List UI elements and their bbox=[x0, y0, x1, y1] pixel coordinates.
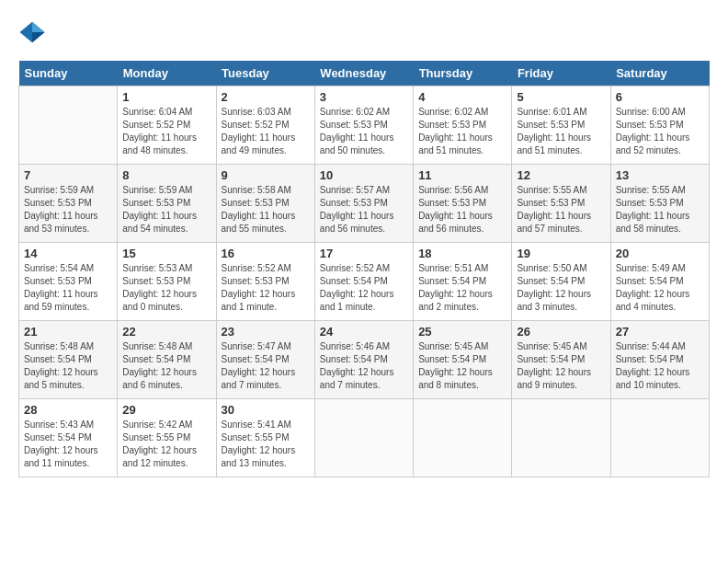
day-info: Sunrise: 5:55 AMSunset: 5:53 PMDaylight:… bbox=[616, 184, 704, 236]
day-info: Sunrise: 6:01 AMSunset: 5:53 PMDaylight:… bbox=[517, 106, 605, 157]
day-number: 9 bbox=[222, 168, 310, 182]
calendar-cell: 9Sunrise: 5:58 AMSunset: 5:53 PMDaylight… bbox=[216, 165, 314, 243]
day-info: Sunrise: 5:51 AMSunset: 5:54 PMDaylight:… bbox=[418, 262, 506, 314]
day-number: 15 bbox=[122, 247, 210, 260]
day-info: Sunrise: 6:02 AMSunset: 5:53 PMDaylight:… bbox=[320, 106, 408, 157]
day-number: 17 bbox=[320, 247, 408, 260]
day-number: 4 bbox=[418, 90, 506, 104]
weekday-header-thursday: Thursday bbox=[414, 61, 512, 86]
day-info: Sunrise: 6:02 AMSunset: 5:53 PMDaylight:… bbox=[418, 106, 506, 157]
calendar-cell: 30Sunrise: 5:41 AMSunset: 5:55 PMDayligh… bbox=[216, 399, 314, 477]
calendar-cell: 28Sunrise: 5:43 AMSunset: 5:54 PMDayligh… bbox=[19, 399, 118, 477]
day-info: Sunrise: 5:45 AMSunset: 5:54 PMDaylight:… bbox=[418, 340, 506, 392]
calendar-cell: 1Sunrise: 6:04 AMSunset: 5:52 PMDaylight… bbox=[118, 86, 216, 165]
day-info: Sunrise: 5:59 AMSunset: 5:53 PMDaylight:… bbox=[24, 184, 112, 236]
day-info: Sunrise: 5:45 AMSunset: 5:54 PMDaylight:… bbox=[517, 340, 605, 392]
day-number: 7 bbox=[24, 168, 112, 182]
day-info: Sunrise: 5:55 AMSunset: 5:53 PMDaylight:… bbox=[517, 184, 605, 236]
weekday-header-tuesday: Tuesday bbox=[216, 61, 314, 86]
calendar-table: SundayMondayTuesdayWednesdayThursdayFrid… bbox=[18, 61, 710, 477]
day-number: 19 bbox=[517, 247, 605, 260]
calendar-cell: 10Sunrise: 5:57 AMSunset: 5:53 PMDayligh… bbox=[314, 165, 413, 243]
calendar-cell: 11Sunrise: 5:56 AMSunset: 5:53 PMDayligh… bbox=[414, 165, 512, 243]
day-number: 13 bbox=[616, 168, 704, 182]
calendar-cell: 18Sunrise: 5:51 AMSunset: 5:54 PMDayligh… bbox=[414, 243, 512, 321]
day-number: 21 bbox=[24, 325, 112, 339]
day-info: Sunrise: 5:56 AMSunset: 5:53 PMDaylight:… bbox=[418, 184, 506, 236]
calendar-cell: 29Sunrise: 5:42 AMSunset: 5:55 PMDayligh… bbox=[118, 399, 216, 477]
calendar-week-3: 14Sunrise: 5:54 AMSunset: 5:53 PMDayligh… bbox=[19, 243, 710, 321]
day-number: 18 bbox=[418, 247, 506, 260]
weekday-header-wednesday: Wednesday bbox=[314, 61, 413, 86]
day-number: 26 bbox=[517, 325, 605, 339]
day-number: 23 bbox=[222, 325, 310, 339]
calendar-cell: 23Sunrise: 5:47 AMSunset: 5:54 PMDayligh… bbox=[216, 321, 314, 399]
day-info: Sunrise: 5:52 AMSunset: 5:53 PMDaylight:… bbox=[222, 262, 310, 314]
calendar-cell: 14Sunrise: 5:54 AMSunset: 5:53 PMDayligh… bbox=[19, 243, 118, 321]
calendar-week-1: 1Sunrise: 6:04 AMSunset: 5:52 PMDaylight… bbox=[19, 86, 710, 165]
calendar-cell: 27Sunrise: 5:44 AMSunset: 5:54 PMDayligh… bbox=[610, 321, 709, 399]
day-info: Sunrise: 5:49 AMSunset: 5:54 PMDaylight:… bbox=[616, 262, 704, 314]
day-number: 29 bbox=[122, 403, 210, 417]
day-info: Sunrise: 5:47 AMSunset: 5:54 PMDaylight:… bbox=[222, 340, 310, 392]
day-number: 3 bbox=[320, 90, 408, 104]
calendar-cell: 20Sunrise: 5:49 AMSunset: 5:54 PMDayligh… bbox=[610, 243, 709, 321]
day-number: 12 bbox=[517, 168, 605, 182]
page-header bbox=[18, 18, 710, 46]
logo-icon bbox=[18, 18, 46, 46]
calendar-week-2: 7Sunrise: 5:59 AMSunset: 5:53 PMDaylight… bbox=[19, 165, 710, 243]
day-info: Sunrise: 5:58 AMSunset: 5:53 PMDaylight:… bbox=[222, 184, 310, 236]
calendar-cell: 25Sunrise: 5:45 AMSunset: 5:54 PMDayligh… bbox=[414, 321, 512, 399]
day-info: Sunrise: 5:46 AMSunset: 5:54 PMDaylight:… bbox=[320, 340, 408, 392]
calendar-cell bbox=[414, 399, 512, 477]
calendar-cell: 24Sunrise: 5:46 AMSunset: 5:54 PMDayligh… bbox=[314, 321, 413, 399]
weekday-header-monday: Monday bbox=[118, 61, 216, 86]
day-info: Sunrise: 6:04 AMSunset: 5:52 PMDaylight:… bbox=[122, 106, 210, 157]
day-info: Sunrise: 5:44 AMSunset: 5:54 PMDaylight:… bbox=[616, 340, 704, 392]
day-number: 24 bbox=[320, 325, 408, 339]
logo bbox=[18, 18, 50, 46]
calendar-cell bbox=[314, 399, 413, 477]
day-info: Sunrise: 5:42 AMSunset: 5:55 PMDaylight:… bbox=[122, 419, 210, 470]
calendar-cell: 12Sunrise: 5:55 AMSunset: 5:53 PMDayligh… bbox=[512, 165, 610, 243]
day-info: Sunrise: 5:48 AMSunset: 5:54 PMDaylight:… bbox=[122, 340, 210, 392]
calendar-cell: 5Sunrise: 6:01 AMSunset: 5:53 PMDaylight… bbox=[512, 86, 610, 165]
day-info: Sunrise: 5:48 AMSunset: 5:54 PMDaylight:… bbox=[24, 340, 112, 392]
day-number: 11 bbox=[418, 168, 506, 182]
calendar-cell: 13Sunrise: 5:55 AMSunset: 5:53 PMDayligh… bbox=[610, 165, 709, 243]
calendar-cell: 26Sunrise: 5:45 AMSunset: 5:54 PMDayligh… bbox=[512, 321, 610, 399]
calendar-cell bbox=[512, 399, 610, 477]
calendar-cell: 21Sunrise: 5:48 AMSunset: 5:54 PMDayligh… bbox=[19, 321, 118, 399]
calendar-cell: 15Sunrise: 5:53 AMSunset: 5:53 PMDayligh… bbox=[118, 243, 216, 321]
calendar-cell: 4Sunrise: 6:02 AMSunset: 5:53 PMDaylight… bbox=[414, 86, 512, 165]
calendar-week-5: 28Sunrise: 5:43 AMSunset: 5:54 PMDayligh… bbox=[19, 399, 710, 477]
calendar-cell bbox=[610, 399, 709, 477]
day-number: 28 bbox=[24, 403, 112, 417]
day-number: 27 bbox=[616, 325, 704, 339]
day-number: 30 bbox=[222, 403, 310, 417]
calendar-cell bbox=[19, 86, 118, 165]
weekday-header-friday: Friday bbox=[512, 61, 610, 86]
calendar-week-4: 21Sunrise: 5:48 AMSunset: 5:54 PMDayligh… bbox=[19, 321, 710, 399]
day-info: Sunrise: 5:53 AMSunset: 5:53 PMDaylight:… bbox=[122, 262, 210, 314]
day-info: Sunrise: 6:03 AMSunset: 5:52 PMDaylight:… bbox=[222, 106, 310, 157]
day-info: Sunrise: 5:59 AMSunset: 5:53 PMDaylight:… bbox=[122, 184, 210, 236]
weekday-header-row: SundayMondayTuesdayWednesdayThursdayFrid… bbox=[19, 61, 710, 86]
day-info: Sunrise: 5:41 AMSunset: 5:55 PMDaylight:… bbox=[222, 419, 310, 470]
day-info: Sunrise: 5:43 AMSunset: 5:54 PMDaylight:… bbox=[24, 419, 112, 470]
day-number: 22 bbox=[122, 325, 210, 339]
weekday-header-saturday: Saturday bbox=[610, 61, 709, 86]
svg-marker-1 bbox=[32, 22, 45, 32]
calendar-cell: 17Sunrise: 5:52 AMSunset: 5:54 PMDayligh… bbox=[314, 243, 413, 321]
day-info: Sunrise: 6:00 AMSunset: 5:53 PMDaylight:… bbox=[616, 106, 704, 157]
day-info: Sunrise: 5:54 AMSunset: 5:53 PMDaylight:… bbox=[24, 262, 112, 314]
day-info: Sunrise: 5:57 AMSunset: 5:53 PMDaylight:… bbox=[320, 184, 408, 236]
calendar-cell: 16Sunrise: 5:52 AMSunset: 5:53 PMDayligh… bbox=[216, 243, 314, 321]
day-number: 2 bbox=[222, 90, 310, 104]
day-number: 6 bbox=[616, 90, 704, 104]
calendar-cell: 7Sunrise: 5:59 AMSunset: 5:53 PMDaylight… bbox=[19, 165, 118, 243]
day-info: Sunrise: 5:52 AMSunset: 5:54 PMDaylight:… bbox=[320, 262, 408, 314]
day-info: Sunrise: 5:50 AMSunset: 5:54 PMDaylight:… bbox=[517, 262, 605, 314]
svg-marker-2 bbox=[32, 32, 45, 42]
day-number: 16 bbox=[222, 247, 310, 260]
